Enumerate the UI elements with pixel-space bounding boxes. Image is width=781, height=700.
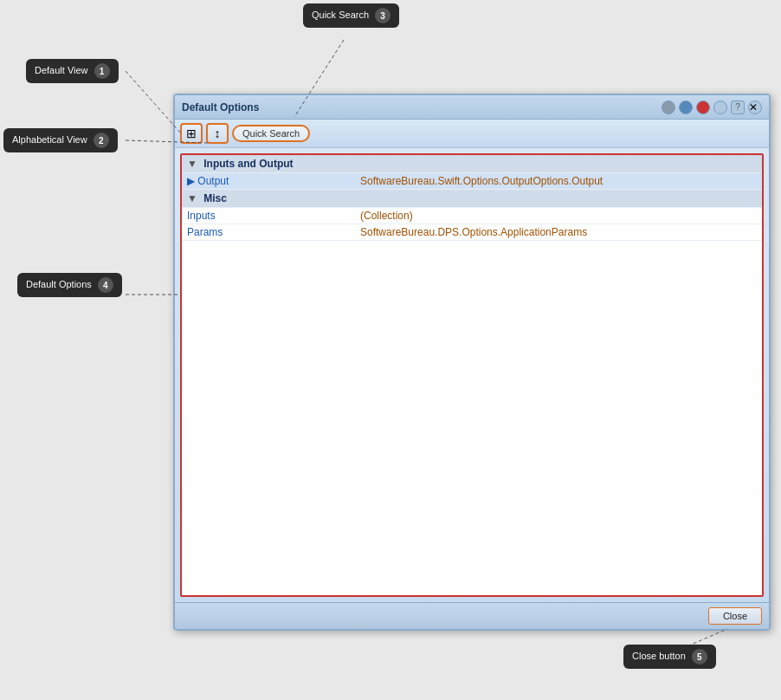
callout-label: Quick Search [312, 10, 369, 20]
titlebar-close-icon[interactable]: ✕ [748, 100, 762, 114]
close-button[interactable]: Close [708, 607, 762, 625]
table-row[interactable]: Params SoftwareBureau.DPS.Options.Applic… [182, 224, 762, 241]
callout-alphabetical-view: Alphabetical View 2 [3, 128, 118, 152]
default-options-dialog: Default Options ? ✕ ⊞ ↕ Quick Search ▼ [173, 94, 771, 631]
prop-name-params: Params [182, 224, 355, 241]
dialog-toolbar: ⊞ ↕ Quick Search [175, 120, 769, 148]
callout-label: Alphabetical View [12, 134, 87, 145]
callout-close-button: Close button 5 [623, 645, 716, 669]
alphabetical-view-button[interactable]: ↕ [206, 123, 229, 144]
callout-label: Default Options [26, 279, 92, 289]
callout-quick-search: Quick Search 3 [303, 3, 399, 28]
callout-default-view: Default View 1 [26, 59, 119, 83]
callout-badge: 1 [94, 63, 110, 79]
prop-value-output: SoftwareBureau.Swift.Options.OutputOptio… [355, 173, 762, 190]
titlebar-buttons: ? ✕ [662, 100, 762, 114]
dialog-titlebar: Default Options ? ✕ [175, 95, 769, 120]
section-misc: ▼ Misc [182, 190, 762, 208]
collapse-icon: ▼ [187, 158, 197, 170]
quick-search-button[interactable]: Quick Search [232, 125, 310, 142]
prop-value-inputs: (Collection) [355, 208, 762, 224]
property-grid-container: ▼ Inputs and Output ▶ Output SoftwareBur… [180, 153, 764, 597]
titlebar-icon-3[interactable] [696, 100, 710, 114]
expand-icon-output: ▶ [187, 175, 197, 187]
callout-badge: 4 [98, 277, 113, 293]
titlebar-icon-2[interactable] [679, 100, 693, 114]
property-grid: ▼ Inputs and Output ▶ Output SoftwareBur… [182, 155, 762, 241]
collapse-icon-misc: ▼ [187, 192, 197, 204]
titlebar-icon-4[interactable] [713, 100, 727, 114]
callout-label: Close button [632, 651, 686, 661]
dialog-title: Default Options [182, 101, 259, 113]
default-view-button[interactable]: ⊞ [180, 123, 203, 144]
titlebar-help-btn[interactable]: ? [731, 100, 745, 114]
dialog-footer: Close [175, 602, 769, 629]
prop-name-output: ▶ Output [182, 173, 355, 190]
section-title-misc: Misc [203, 192, 227, 204]
prop-value-params: SoftwareBureau.DPS.Options.ApplicationPa… [355, 224, 762, 241]
table-row[interactable]: Inputs (Collection) [182, 208, 762, 224]
titlebar-icon-1[interactable] [662, 100, 675, 114]
callout-default-options: Default Options 4 [17, 273, 122, 297]
section-title: Inputs and Output [203, 158, 293, 170]
callout-badge: 2 [94, 133, 109, 148]
callout-badge: 5 [692, 649, 707, 664]
table-row[interactable]: ▶ Output SoftwareBureau.Swift.Options.Ou… [182, 173, 762, 190]
callout-badge: 3 [375, 8, 390, 23]
prop-name-inputs: Inputs [182, 208, 355, 224]
section-inputs-output: ▼ Inputs and Output [182, 155, 762, 173]
callout-label: Default View [35, 65, 88, 75]
